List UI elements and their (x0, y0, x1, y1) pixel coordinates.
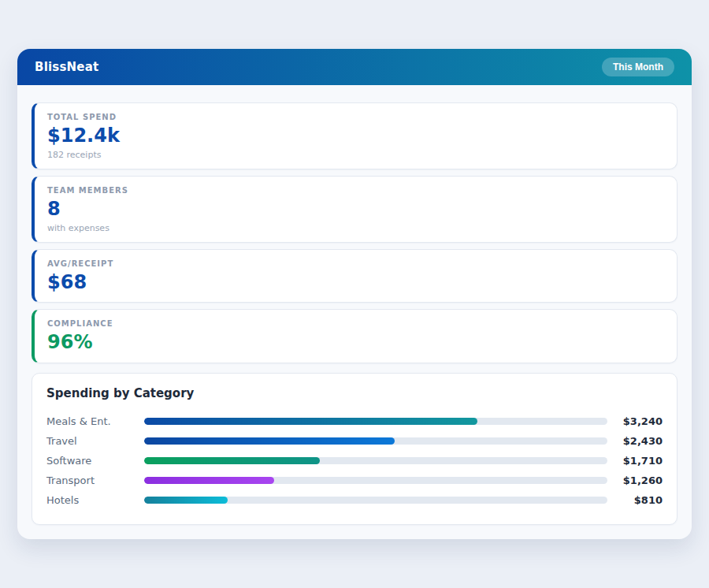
stat-value: $68 (47, 271, 664, 294)
category-amount: $1,710 (612, 455, 663, 467)
category-label: Transport (46, 474, 139, 486)
chart-row-transport: Transport $1,260 (46, 471, 663, 490)
stat-value: 8 (47, 198, 664, 221)
stat-subtext: with expenses (47, 223, 664, 233)
bar-track (144, 497, 607, 504)
stat-card-team-members: TEAM MEMBERS 8 with expenses (32, 176, 677, 243)
stat-label: TEAM MEMBERS (47, 186, 664, 195)
category-amount: $3,240 (612, 415, 663, 427)
stat-card-compliance: COMPLIANCE 96% (32, 309, 677, 363)
chart-row-travel: Travel $2,430 (46, 431, 663, 451)
category-amount: $810 (612, 494, 663, 506)
stat-label: COMPLIANCE (47, 319, 664, 328)
category-label: Travel (46, 435, 139, 447)
period-badge[interactable]: This Month (602, 58, 674, 76)
dashboard-content: TOTAL SPEND $12.4k 182 receipts TEAM MEM… (17, 85, 692, 539)
app-header: BlissNeat This Month (17, 49, 692, 85)
category-amount: $2,430 (612, 435, 663, 447)
bar-fill-transport (144, 477, 274, 484)
stat-value: $12.4k (47, 125, 664, 147)
stat-value: 96% (47, 331, 664, 354)
app-title: BlissNeat (35, 60, 98, 74)
stat-card-avg-receipt: AVG/RECEIPT $68 (32, 249, 677, 303)
chart-row-hotels: Hotels $810 (46, 490, 663, 510)
bar-track (144, 477, 607, 484)
chart-row-software: Software $1,710 (46, 451, 663, 471)
spending-by-category-panel: Spending by Category Meals & Ent. $3,240… (32, 373, 677, 525)
category-label: Software (46, 455, 139, 467)
stat-label: TOTAL SPEND (47, 113, 664, 121)
category-label: Meals & Ent. (46, 415, 139, 427)
stat-label: AVG/RECEIPT (47, 259, 664, 268)
category-label: Hotels (46, 494, 139, 506)
stat-subtext: 182 receipts (47, 150, 664, 160)
dashboard-card: BlissNeat This Month TOTAL SPEND $12.4k … (17, 49, 692, 539)
chart-row-meals: Meals & Ent. $3,240 (46, 411, 663, 431)
category-amount: $1,260 (612, 474, 663, 486)
bar-fill-meals (144, 418, 477, 425)
bar-track (144, 457, 607, 464)
bar-fill-travel (144, 437, 395, 445)
bar-fill-software (144, 457, 320, 464)
panel-title: Spending by Category (46, 386, 663, 400)
stat-card-total-spend: TOTAL SPEND $12.4k 182 receipts (32, 102, 677, 169)
bar-fill-hotels (144, 497, 228, 504)
bar-track (144, 418, 607, 425)
bar-track (144, 437, 607, 445)
